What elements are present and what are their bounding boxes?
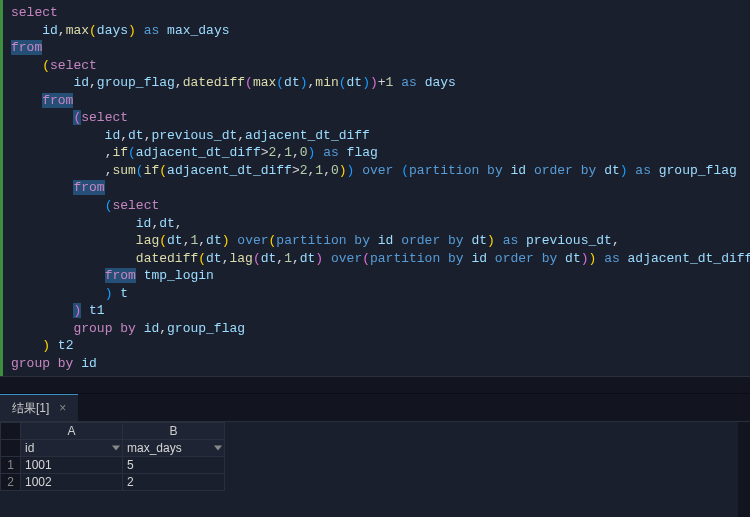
table-row[interactable]: 110015: [1, 457, 225, 474]
field-header-max-days[interactable]: max_days: [123, 440, 225, 457]
panel-divider[interactable]: [0, 376, 750, 394]
column-letter-row: A B: [1, 423, 225, 440]
column-header-B[interactable]: B: [123, 423, 225, 440]
field-header-id[interactable]: id: [21, 440, 123, 457]
chevron-down-icon[interactable]: [112, 446, 120, 451]
row-number[interactable]: 1: [1, 457, 21, 474]
row-number[interactable]: 2: [1, 474, 21, 491]
vertical-scrollbar[interactable]: [738, 422, 750, 517]
cell[interactable]: 1002: [21, 474, 123, 491]
field-header-row: id max_days: [1, 440, 225, 457]
results-grid[interactable]: A B id max_days 110015210022: [0, 422, 225, 491]
close-icon[interactable]: ×: [59, 402, 66, 414]
chevron-down-icon[interactable]: [214, 446, 222, 451]
row-header-blank[interactable]: [1, 440, 21, 457]
cell[interactable]: 1001: [21, 457, 123, 474]
results-grid-area: A B id max_days 110015210022: [0, 422, 750, 517]
results-tab-label: 结果[1]: [12, 400, 49, 417]
cell[interactable]: 5: [123, 457, 225, 474]
corner-cell[interactable]: [1, 423, 21, 440]
table-row[interactable]: 210022: [1, 474, 225, 491]
cell[interactable]: 2: [123, 474, 225, 491]
column-header-A[interactable]: A: [21, 423, 123, 440]
sql-editor[interactable]: select id,max(days) as max_days from (se…: [0, 0, 750, 376]
results-tab[interactable]: 结果[1] ×: [0, 394, 78, 421]
results-tab-bar: 结果[1] ×: [0, 394, 750, 422]
